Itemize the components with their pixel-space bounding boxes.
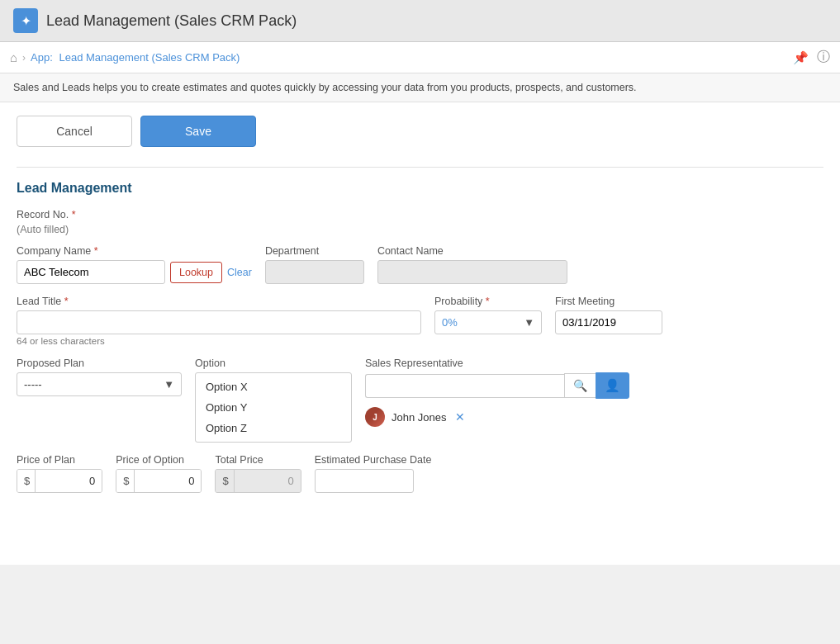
contact-name-label: Contact Name xyxy=(377,245,559,257)
first-meeting-label: First Meeting xyxy=(555,296,662,307)
page-title: Lead Management (Sales CRM Pack) xyxy=(46,12,297,30)
price-of-option-currency: $ xyxy=(116,470,135,492)
lead-title-row: Lead Title * 64 or less characters Proba… xyxy=(17,296,823,346)
proposed-plan-select[interactable]: ----- ▼ xyxy=(17,372,182,396)
auto-filled-text: (Auto filled) xyxy=(17,224,823,235)
price-of-plan-currency: $ xyxy=(17,470,36,492)
info-text: Sales and Leads helps you to create esti… xyxy=(13,82,637,93)
lookup-button[interactable]: Lookup xyxy=(170,262,222,283)
sales-rep-input[interactable] xyxy=(365,374,564,398)
clear-button[interactable]: Clear xyxy=(227,267,252,278)
company-row: Company Name * Lookup Clear Department C… xyxy=(17,245,823,284)
est-purchase-date-field: Estimated Purchase Date xyxy=(315,454,432,493)
title-bar: ✦ Lead Management (Sales CRM Pack) xyxy=(0,0,840,42)
company-name-label: Company Name * xyxy=(17,245,252,257)
chevron-down-icon-plan: ▼ xyxy=(164,378,174,391)
company-name-group: Lookup Clear xyxy=(17,260,252,284)
est-purchase-date-input[interactable] xyxy=(315,469,414,493)
list-item[interactable]: Option X xyxy=(196,376,351,397)
char-hint: 64 or less characters xyxy=(17,336,421,346)
department-input[interactable] xyxy=(265,260,364,284)
main-content: Cancel Save Lead Management Record No. *… xyxy=(0,102,840,565)
remove-user-button[interactable]: ✕ xyxy=(453,410,467,424)
price-of-plan-value[interactable]: 0 xyxy=(36,470,102,492)
nav-actions: 📌 ⓘ xyxy=(793,49,830,66)
company-name-input[interactable] xyxy=(17,260,165,284)
contact-name-input[interactable] xyxy=(377,260,567,284)
record-no-label: Record No. * xyxy=(17,209,823,220)
app-icon-symbol: ✦ xyxy=(21,13,31,29)
divider xyxy=(17,167,823,168)
department-field: Department xyxy=(265,245,364,284)
proposed-plan-field: Proposed Plan ----- ▼ xyxy=(17,358,182,396)
avatar-initial: J xyxy=(373,413,377,422)
sales-rep-label: Sales Representative xyxy=(365,358,629,369)
price-of-option-label: Price of Option xyxy=(116,454,202,466)
lead-title-field: Lead Title * 64 or less characters xyxy=(17,296,421,346)
lead-title-label: Lead Title * xyxy=(17,296,421,307)
option-field: Option Option X Option Y Option Z xyxy=(195,358,352,443)
total-price-currency: $ xyxy=(216,470,234,492)
chevron-down-icon: ▼ xyxy=(524,316,534,329)
record-no-row: Record No. * (Auto filled) xyxy=(17,209,823,235)
sales-rep-search: 🔍 👤 xyxy=(365,372,629,399)
price-of-plan-field: Price of Plan $ 0 xyxy=(17,454,102,493)
price-of-option-value[interactable]: 0 xyxy=(135,470,201,492)
first-meeting-field: First Meeting xyxy=(555,296,662,334)
app-icon: ✦ xyxy=(13,8,38,33)
price-row: Price of Plan $ 0 Price of Option $ 0 To… xyxy=(17,454,823,493)
action-bar: Cancel Save xyxy=(17,116,823,147)
pin-icon[interactable]: 📌 xyxy=(793,50,809,65)
price-of-plan-label: Price of Plan xyxy=(17,454,102,466)
total-price-label: Total Price xyxy=(215,454,301,466)
lower-row: Proposed Plan ----- ▼ Option Option X Op… xyxy=(17,358,823,443)
avatar: J xyxy=(365,407,385,427)
app-link[interactable]: Lead Management (Sales CRM Pack) xyxy=(59,51,240,64)
breadcrumb: ⌂ › App: Lead Management (Sales CRM Pack… xyxy=(10,50,240,64)
contact-name-field: Contact Name xyxy=(377,245,559,284)
total-price-value: 0 xyxy=(235,470,301,492)
assigned-user: J John Jones ✕ xyxy=(365,404,629,430)
list-item[interactable]: Option Y xyxy=(196,397,351,418)
info-icon[interactable]: ⓘ xyxy=(817,49,830,66)
price-of-plan-input: $ 0 xyxy=(17,469,102,493)
info-bar: Sales and Leads helps you to create esti… xyxy=(0,73,840,102)
nav-bar: ⌂ › App: Lead Management (Sales CRM Pack… xyxy=(0,42,840,73)
search-icon-button[interactable]: 🔍 xyxy=(564,373,596,398)
home-icon[interactable]: ⌂ xyxy=(10,50,17,64)
probability-field: Probability * 0% ▼ xyxy=(434,296,542,334)
user-icon-button[interactable]: 👤 xyxy=(596,372,629,399)
department-label: Department xyxy=(265,245,364,257)
save-button[interactable]: Save xyxy=(140,116,256,147)
proposed-plan-value: ----- xyxy=(24,378,42,391)
probability-value: 0% xyxy=(442,316,458,329)
app-breadcrumb-label: App: Lead Management (Sales CRM Pack) xyxy=(31,51,240,64)
company-name-field: Company Name * Lookup Clear xyxy=(17,245,252,284)
est-purchase-date-label: Estimated Purchase Date xyxy=(315,454,432,466)
breadcrumb-chevron: › xyxy=(22,52,26,64)
user-name: John Jones xyxy=(392,411,447,424)
price-of-option-field: Price of Option $ 0 xyxy=(116,454,202,493)
sales-rep-field: Sales Representative 🔍 👤 J John Jones ✕ xyxy=(365,358,629,430)
cancel-button[interactable]: Cancel xyxy=(17,116,132,147)
record-no-required: * xyxy=(72,209,76,220)
lead-title-input[interactable] xyxy=(17,310,421,334)
total-price-field: Total Price $ 0 xyxy=(215,454,301,493)
list-item[interactable]: Option Z xyxy=(196,418,351,438)
proposed-plan-label: Proposed Plan xyxy=(17,358,182,369)
probability-label: Probability * xyxy=(434,296,542,307)
probability-select[interactable]: 0% ▼ xyxy=(434,310,542,334)
price-of-option-input: $ 0 xyxy=(116,469,202,493)
option-label: Option xyxy=(195,358,352,369)
section-title: Lead Management xyxy=(17,181,823,196)
first-meeting-input[interactable] xyxy=(555,310,662,334)
total-price-input: $ 0 xyxy=(215,469,301,493)
app-prefix: App: xyxy=(31,51,53,64)
option-list: Option X Option Y Option Z xyxy=(195,372,352,443)
